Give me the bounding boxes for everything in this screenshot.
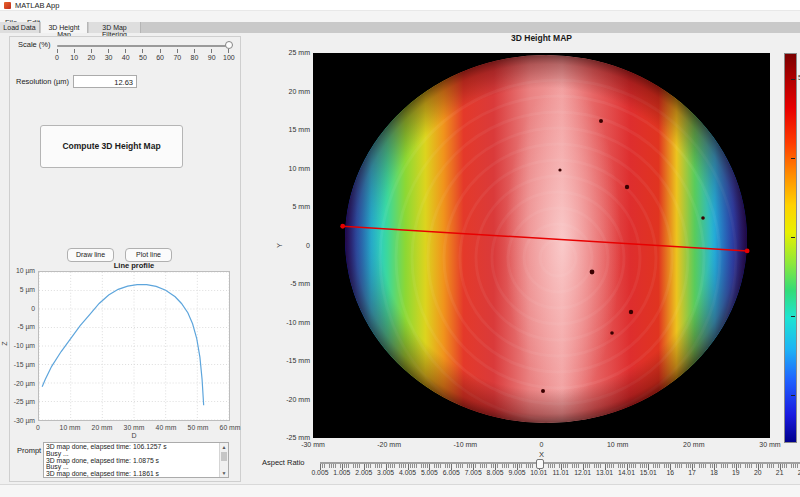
draw-line-button[interactable]: Draw line	[67, 248, 114, 262]
height-map-title: 3D Height MAP	[313, 33, 770, 43]
tab-3d-height-map[interactable]: 3D Height Map	[41, 22, 88, 33]
aspect-ratio-tick-labels: 0.0051.0052.0053.0054.0055.0056.0057.005…	[309, 469, 800, 476]
line-profile-y-axis-label: Z	[1, 341, 8, 345]
aspect-ratio-slider-thumb[interactable]	[536, 459, 544, 469]
scroll-down-icon[interactable]: ▼	[220, 469, 228, 477]
line-profile-x-axis-label: D	[38, 432, 230, 439]
height-map-x-axis-label: X	[313, 450, 770, 459]
scale-slider-thumb[interactable]	[225, 41, 233, 49]
plot-line-button[interactable]: Plot line	[125, 248, 172, 262]
compute-height-map-button[interactable]: Compute 3D Height Map	[40, 125, 183, 168]
prompt-log[interactable]: 3D map done, elapsed time: 106.1257 sBus…	[43, 442, 229, 478]
menu-bar: FileEdit	[0, 11, 800, 22]
line-profile-curve	[42, 285, 203, 406]
scale-slider-ticks	[57, 49, 229, 53]
window-title: MATLAB App	[15, 1, 59, 10]
line-profile-title: Line profile	[38, 261, 230, 270]
tab-strip: Load Data 3D Height Map 3D Map Filtering	[0, 22, 800, 33]
scale-slider-track[interactable]	[57, 45, 229, 47]
tab-3d-map-filtering[interactable]: 3D Map Filtering	[89, 22, 141, 33]
resolution-label: Resolution (µm)	[16, 77, 69, 86]
colorbar	[784, 53, 797, 443]
line-profile-grid	[39, 272, 229, 420]
height-map-y-axis-label: Y	[275, 243, 284, 248]
aspect-ratio-label: Aspect Ratio	[262, 458, 305, 467]
prompt-scrollbar[interactable]: ▲ ▼	[219, 443, 228, 477]
resolution-field[interactable]: 12.63	[73, 75, 137, 88]
title-bar: MATLAB App	[0, 0, 800, 11]
wafer-image	[340, 55, 749, 436]
tab-load-data[interactable]: Load Data	[0, 22, 40, 33]
colorbar-gradient	[785, 54, 796, 442]
height-map-canvas[interactable]	[313, 53, 770, 438]
prompt-scrollbar-thumb[interactable]	[221, 452, 227, 461]
scale-label: Scale (%)	[18, 40, 51, 49]
prompt-log-lines: 3D map done, elapsed time: 106.1257 sBus…	[46, 444, 217, 478]
prompt-label: Prompt	[17, 446, 41, 455]
window-bottom-strip	[0, 484, 800, 497]
scroll-up-icon[interactable]: ▲	[220, 443, 228, 451]
matlab-app-icon	[4, 2, 11, 9]
line-profile-y-tick-labels: 10 µm5 µm0-5 µm-10 µm-15 µm-20 µm-25 µm-…	[0, 267, 35, 425]
line-profile-plot	[38, 271, 230, 421]
